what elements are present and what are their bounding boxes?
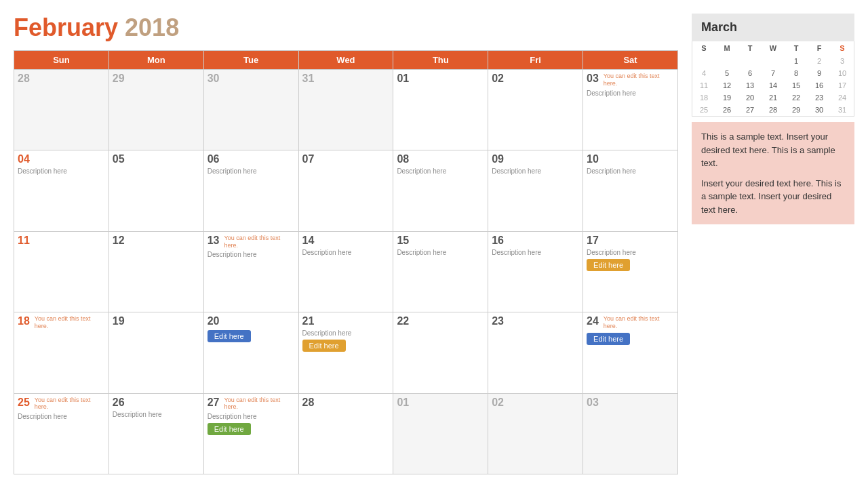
mini-cal-cell: 25 [692, 104, 715, 116]
mini-cal-cell: 19 [715, 92, 738, 104]
mini-cal-cell [692, 55, 715, 67]
day-number: 01 [397, 73, 409, 85]
calendar-cell: 18You can edit this text here. [14, 312, 109, 393]
mini-calendar: SMTWTFS123456789101112131415161718192021… [692, 41, 854, 117]
day-number: 12 [113, 235, 125, 247]
day-number: 28 [18, 73, 30, 85]
day-number: 31 [302, 73, 315, 85]
day-number: 17 [587, 235, 599, 247]
calendar-cell: 02 [488, 70, 583, 150]
calendar-cell: 01 [393, 70, 488, 150]
sidebar-text-1: This is a sample text. Insert your desir… [701, 130, 845, 170]
mini-cal-cell: 8 [785, 67, 808, 79]
day-number: 14 [302, 235, 315, 247]
calendar-cell: 13You can edit this text here.Descriptio… [203, 231, 298, 312]
description-text: Description here [208, 251, 295, 258]
mini-cal-cell: 4 [692, 67, 715, 79]
month-name: February [14, 14, 118, 41]
day-number: 08 [397, 153, 409, 165]
calendar-cell: 03 [583, 393, 678, 474]
description-text: Description here [587, 249, 674, 256]
mini-cal-cell: 22 [785, 92, 808, 104]
mini-cal-header: S [692, 41, 715, 55]
mini-cal-cell: 23 [808, 92, 831, 104]
mini-cal-cell: 18 [692, 92, 715, 104]
day-number: 22 [397, 315, 409, 327]
day-number: 18 [18, 315, 30, 327]
mini-cal-cell: 5 [715, 67, 738, 79]
calendar-cell: 30 [203, 70, 298, 150]
day-number: 26 [113, 396, 125, 409]
mini-cal-header: T [738, 41, 762, 55]
edit-note: You can edit this text here. [604, 315, 674, 330]
calendar-cell: 02 [488, 393, 583, 474]
calendar-cell: 04Description here [14, 150, 109, 231]
calendar-cell: 25You can edit this text here.Descriptio… [14, 393, 109, 474]
day-number: 02 [492, 396, 504, 409]
mini-cal-cell: 17 [831, 79, 854, 92]
mini-cal-cell [738, 55, 762, 67]
description-text: Description here [18, 167, 105, 175]
edit-button[interactable]: Edit here [587, 333, 630, 345]
calendar-cell: 28 [298, 393, 393, 474]
description-text: Description here [18, 413, 105, 420]
calendar-table: SunMonTueWedThuFriSat 28293031010203You … [14, 50, 678, 474]
mini-cal-cell: 16 [808, 79, 831, 92]
mini-cal-header: M [715, 41, 738, 55]
calendar-cell: 28 [14, 70, 109, 150]
description-text: Description here [492, 167, 579, 175]
description-text: Description here [302, 329, 390, 337]
edit-note: You can edit this text here. [35, 396, 105, 411]
edit-note: You can edit this text here. [604, 73, 674, 87]
calendar-cell: 01 [393, 393, 488, 474]
weekday-header-thu: Thu [393, 51, 488, 70]
calendar-cell: 20Edit here [203, 312, 298, 393]
sidebar: March SMTWTFS123456789101112131415161718… [692, 14, 854, 474]
calendar-cell: 08Description here [393, 150, 488, 231]
mini-cal-cell: 13 [738, 79, 762, 92]
edit-button[interactable]: Edit here [587, 259, 630, 271]
mini-cal-cell: 28 [762, 104, 785, 116]
day-number: 03 [587, 73, 599, 85]
calendar-cell: 19 [108, 312, 203, 393]
calendar-cell: 11 [14, 231, 109, 312]
description-text: Description here [587, 167, 674, 175]
calendar-cell: 17Description hereEdit here [583, 231, 678, 312]
day-number: 06 [208, 153, 220, 165]
edit-button[interactable]: Edit here [302, 340, 346, 352]
calendar-cell: 26Description here [108, 393, 203, 474]
day-number: 28 [302, 396, 315, 409]
mini-cal-cell: 11 [692, 79, 715, 92]
mini-cal-cell: 26 [715, 104, 738, 116]
mini-cal-cell: 21 [762, 92, 785, 104]
day-number: 20 [208, 315, 220, 327]
mini-cal-cell: 24 [831, 92, 854, 104]
mini-cal-cell: 27 [738, 104, 762, 116]
mini-cal-cell: 14 [762, 79, 785, 92]
calendar-cell: 07 [298, 150, 393, 231]
day-number: 24 [587, 315, 599, 327]
weekday-header-fri: Fri [488, 51, 583, 70]
calendar-cell: 12 [108, 231, 203, 312]
calendar-cell: 10Description here [583, 150, 678, 231]
calendar-cell: 29 [108, 70, 203, 150]
calendar-cell: 31 [298, 70, 393, 150]
edit-button[interactable]: Edit here [208, 423, 251, 435]
calendar-cell: 03You can edit this text here.Descriptio… [583, 70, 678, 150]
day-number: 23 [492, 315, 504, 327]
description-text: Description here [492, 249, 579, 256]
day-number: 01 [397, 396, 409, 409]
description-text: Description here [397, 167, 484, 175]
mini-cal-header: F [808, 41, 831, 55]
main-section: February 2018 SunMonTueWedThuFriSat 2829… [14, 14, 678, 474]
mini-cal-cell: 6 [738, 67, 762, 79]
day-number: 19 [113, 315, 125, 327]
edit-button[interactable]: Edit here [208, 330, 251, 342]
calendar-cell: 06Description here [203, 150, 298, 231]
day-number: 11 [18, 235, 30, 247]
mini-cal-cell: 29 [785, 104, 808, 116]
description-text: Description here [208, 167, 295, 175]
mini-cal-cell [762, 55, 785, 67]
year: 2018 [125, 14, 179, 41]
calendar-cell: 05 [108, 150, 203, 231]
